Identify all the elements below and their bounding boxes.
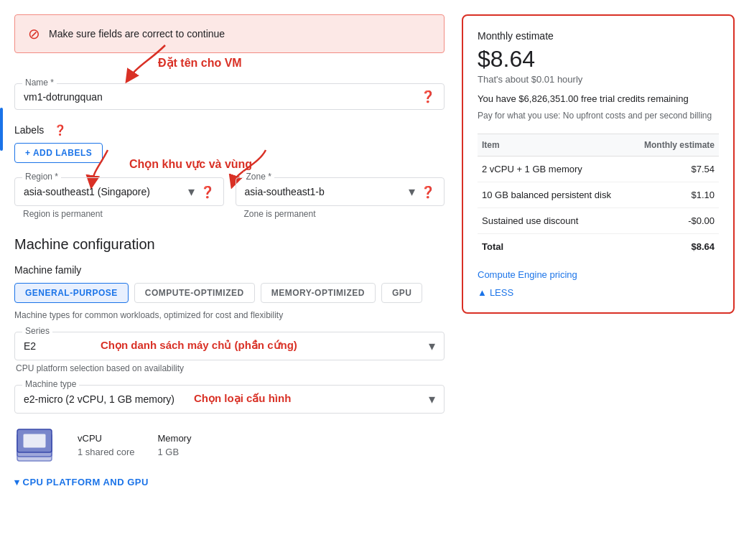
series-hint: CPU platform selection based on availabi… [14,363,445,373]
compute-engine-pricing-link[interactable]: Compute Engine pricing [478,269,719,280]
pricing-amount: $8.64 [478,46,719,73]
region-select[interactable]: asia-southeast1 (Singapore) [24,186,188,197]
zone-select[interactable]: asia-southeast1-b [245,186,409,197]
alert-text: Make sure fields are correct to continue [49,28,225,39]
memory-block: Memory 1 GB [158,433,192,457]
machine-family-label: Machine family [14,264,445,276]
cpu-platform-link[interactable]: ▾ CPU PLATFORM AND GPU [14,477,445,487]
memory-value: 1 GB [158,447,192,457]
pricing-row-discount-name: Sustained use discount [478,207,631,233]
region-hint: Region is permanent [14,209,224,219]
pricing-table: Item Monthly estimate 2 vCPU + 1 GB memo… [478,134,719,259]
alert-banner: ⊘ Make sure fields are correct to contin… [14,14,445,53]
series-label: Series [22,326,52,336]
pricing-panel: Monthly estimate $8.64 That's about $0.0… [462,14,735,546]
pricing-row-disk-name: 10 GB balanced persistent disk [478,182,631,207]
tab-gpu[interactable]: GPU [381,283,423,303]
machine-type-label: Machine type [22,379,79,389]
cpu-icon [14,425,55,465]
zone-select-wrapper[interactable]: Zone * asia-southeast1-b ▾ ❓ [236,177,445,206]
name-input[interactable] [24,91,415,103]
tab-hint: Machine types for common workloads, opti… [14,310,445,320]
zone-help-icon[interactable]: ❓ [421,185,435,199]
name-annotation: Đặt tên cho VM [158,56,242,70]
vcpu-label: vCPU [78,433,135,444]
zone-label: Zone * [243,172,274,182]
pricing-card: Monthly estimate $8.64 That's about $0.0… [462,14,735,314]
tab-memory-optimized[interactable]: MEMORY-OPTIMIZED [261,283,376,303]
pricing-footer: Compute Engine pricing ▲ LESS [478,269,719,298]
labels-header-text: Labels [14,124,44,136]
region-help-icon[interactable]: ❓ [200,185,215,199]
less-button[interactable]: ▲ LESS [478,287,513,298]
pricing-row-total-cost: $8.64 [631,233,719,259]
pricing-hourly: That's about $0.01 hourly [478,74,719,85]
series-annotation: Chọn danh sách máy chủ (phần cứng) [101,339,297,352]
machine-type-dropdown-arrow: ▾ [429,391,435,407]
cpu-memory-info: vCPU 1 shared core Memory 1 GB [14,425,445,465]
less-button-text: LESS [490,287,513,298]
series-dropdown-arrow: ▾ [429,338,435,354]
pricing-row-discount: Sustained use discount -$0.00 [478,207,719,233]
region-zone-annotation: Chọn khu vực và vùng [129,157,252,171]
name-label: Name * [22,78,57,88]
pricing-credits: You have $6,826,351.00 free trial credit… [478,93,719,104]
region-group: Region * asia-southeast1 (Singapore) ▾ ❓… [14,177,224,219]
blue-accent-bar [0,108,3,151]
add-labels-button[interactable]: + ADD LABELS [14,143,103,163]
tab-general-purpose[interactable]: GENERAL-PURPOSE [14,283,129,303]
name-help-icon[interactable]: ❓ [421,90,435,103]
pricing-row-vcpu-name: 2 vCPU + 1 GB memory [478,156,631,182]
pricing-row-total: Total $8.64 [478,233,719,259]
region-zone-row: Region * asia-southeast1 (Singapore) ▾ ❓… [14,177,445,219]
pricing-col-estimate: Monthly estimate [631,134,719,156]
zone-dropdown-arrow: ▾ [409,184,415,200]
pricing-row-disk: 10 GB balanced persistent disk $1.10 [478,182,719,207]
pricing-billing: Pay for what you use: No upfront costs a… [478,110,719,122]
name-field-wrapper: Name * ❓ [14,83,445,110]
zone-hint: Zone is permanent [236,209,445,219]
machine-config-title: Machine configuration [14,236,445,253]
warning-icon: ⊘ [28,25,40,42]
region-select-wrapper[interactable]: Region * asia-southeast1 (Singapore) ▾ ❓ [14,177,224,206]
pricing-row-disk-cost: $1.10 [631,182,719,207]
pricing-row-discount-cost: -$0.00 [631,207,719,233]
chevron-down-icon: ▾ [14,477,20,487]
machine-family-tabs: GENERAL-PURPOSE COMPUTE-OPTIMIZED MEMORY… [14,283,445,303]
labels-help-icon[interactable]: ❓ [54,124,66,136]
cpu-platform-link-text: CPU PLATFORM AND GPU [23,477,149,487]
pricing-row-vcpu-cost: $7.54 [631,156,719,182]
vcpu-value: 1 shared core [78,447,135,457]
pricing-col-item: Item [478,134,631,156]
chevron-up-icon: ▲ [478,287,487,298]
zone-group: Zone * asia-southeast1-b ▾ ❓ Zone is per… [236,177,445,219]
region-dropdown-arrow: ▾ [188,184,195,200]
vcpu-block: vCPU 1 shared core [78,433,135,457]
machine-type-annotation: Chọn loại cấu hình [194,392,291,405]
machine-config-section: Machine configuration Machine family GEN… [14,236,445,487]
memory-label: Memory [158,433,192,444]
svg-rect-3 [23,434,46,448]
region-label: Region * [22,172,61,182]
pricing-row-vcpu: 2 vCPU + 1 GB memory $7.54 [478,156,719,182]
pricing-row-total-name: Total [478,233,631,259]
pricing-title: Monthly estimate [478,30,719,42]
tab-compute-optimized[interactable]: COMPUTE-OPTIMIZED [134,283,255,303]
